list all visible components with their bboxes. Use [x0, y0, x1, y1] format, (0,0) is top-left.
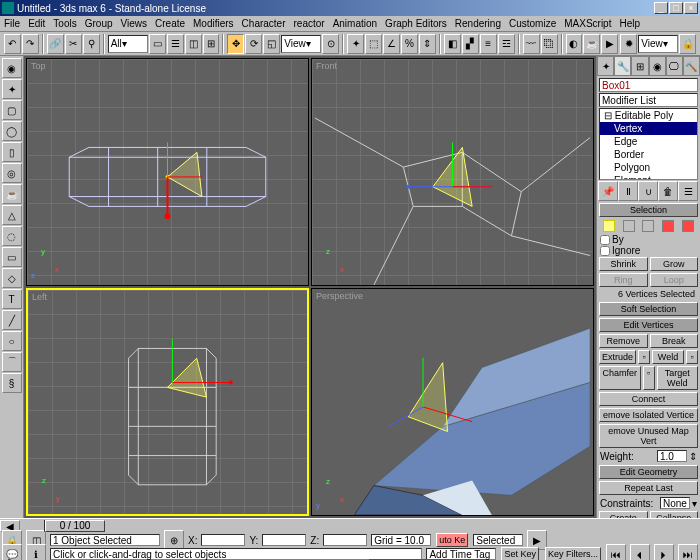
maximize-button[interactable]: □ — [669, 2, 683, 14]
shrink-button[interactable]: Shrink — [599, 257, 648, 271]
stack-editable-poly[interactable]: Editable Poly — [600, 109, 697, 122]
stack-element[interactable]: Element — [600, 174, 697, 180]
viewport-left[interactable]: Left zy — [26, 288, 309, 516]
connect-button[interactable]: Connect — [599, 392, 698, 406]
modifier-list[interactable]: Modifier List — [599, 93, 698, 107]
hedra-icon[interactable]: ◇ — [2, 268, 22, 288]
close-button[interactable]: × — [684, 2, 698, 14]
circle-icon[interactable]: ○ — [2, 331, 22, 351]
viewport-front[interactable]: Front zx — [311, 58, 594, 286]
render-scene-button[interactable]: ☕ — [583, 34, 600, 54]
quick-render-button[interactable]: ▶ — [601, 34, 618, 54]
script-icon[interactable]: ℹ — [26, 544, 46, 560]
mirror-button[interactable]: ▞ — [462, 34, 479, 54]
motion-tab[interactable]: ◉ — [649, 56, 666, 76]
move-button[interactable]: ✥ — [227, 34, 244, 54]
create-button[interactable]: Create — [599, 511, 648, 518]
ref-coord-system[interactable]: View ▾ — [281, 35, 321, 53]
collapse-button[interactable]: Collapse — [650, 511, 699, 518]
timeline[interactable]: 0 / 100 — [44, 520, 46, 532]
spinner-snap-button[interactable]: ⇕ — [419, 34, 436, 54]
menu-edit[interactable]: Edit — [28, 18, 45, 29]
angle-snap-button[interactable]: ∠ — [383, 34, 400, 54]
y-field[interactable] — [262, 534, 306, 546]
edit-geometry-rollout[interactable]: Edit Geometry — [599, 465, 698, 479]
modifier-stack[interactable]: Editable Poly Vertex Edge Border Polygon… — [599, 108, 698, 180]
menu-help[interactable]: Help — [619, 18, 640, 29]
menu-reactor[interactable]: reactor — [294, 18, 325, 29]
display-tab[interactable]: 🖵 — [666, 56, 683, 76]
layers-button[interactable]: ☲ — [498, 34, 515, 54]
rotate-button[interactable]: ⟳ — [245, 34, 262, 54]
menu-animation[interactable]: Animation — [333, 18, 377, 29]
box-icon[interactable]: ▢ — [2, 100, 22, 120]
cone-icon[interactable]: △ — [2, 205, 22, 225]
plane-icon[interactable]: ▭ — [2, 247, 22, 267]
z-field[interactable] — [323, 534, 367, 546]
weld-button[interactable]: Weld — [652, 350, 684, 364]
manipulate-button[interactable]: ✦ — [347, 34, 364, 54]
selection-rollout[interactable]: Selection — [599, 203, 698, 217]
prev-frame-icon[interactable]: ⏴ — [630, 544, 650, 560]
pivot-button[interactable]: ⊙ — [322, 34, 339, 54]
selection-filter[interactable]: All ▾ — [108, 35, 148, 53]
weight-spinner-arrows[interactable]: ⇕ — [689, 451, 697, 462]
bind-button[interactable]: ⚲ — [83, 34, 100, 54]
stack-polygon[interactable]: Polygon — [600, 161, 697, 174]
object-name-field[interactable]: Box01 — [599, 78, 698, 92]
helix-icon[interactable]: § — [2, 373, 22, 393]
reactor-icon[interactable]: ✹ — [620, 34, 637, 54]
sphere-icon[interactable]: ◯ — [2, 121, 22, 141]
repeat-last-button[interactable]: Repeat Last — [599, 481, 698, 495]
teapot-icon[interactable]: ☕ — [2, 184, 22, 204]
ring-button[interactable]: Ring — [599, 273, 648, 287]
stack-edge[interactable]: Edge — [600, 135, 697, 148]
loop-button[interactable]: Loop — [650, 273, 699, 287]
schematic-button[interactable]: ⿻ — [541, 34, 558, 54]
show-end-icon[interactable]: Ⅱ — [618, 181, 638, 201]
by-checkbox[interactable] — [600, 235, 610, 245]
x-field[interactable] — [201, 534, 245, 546]
create-tab[interactable]: ✦ — [597, 56, 614, 76]
soft-selection-rollout[interactable]: Soft Selection — [599, 302, 698, 316]
snap-button[interactable]: ⬚ — [365, 34, 382, 54]
chamfer-settings-button[interactable]: ▫ — [643, 366, 655, 390]
extrude-settings-button[interactable]: ▫ — [638, 350, 650, 364]
remove-button[interactable]: Remove — [599, 334, 648, 348]
material-editor-button[interactable]: ◐ — [566, 34, 583, 54]
sel-element-icon[interactable] — [682, 220, 694, 232]
undo-button[interactable]: ↶ — [4, 34, 21, 54]
menu-modifiers[interactable]: Modifiers — [193, 18, 234, 29]
link-button[interactable]: 🔗 — [47, 34, 64, 54]
select-name-button[interactable]: ☰ — [167, 34, 184, 54]
minimize-button[interactable]: _ — [654, 2, 668, 14]
absolute-icon[interactable]: ⊕ — [164, 530, 184, 550]
menu-tools[interactable]: Tools — [53, 18, 76, 29]
sel-edge-icon[interactable] — [623, 220, 635, 232]
next-frame-icon[interactable]: ⏵ — [654, 544, 674, 560]
modify-tab[interactable]: 🔧 — [614, 56, 631, 76]
unique-icon[interactable]: ∪ — [638, 181, 658, 201]
stack-border[interactable]: Border — [600, 148, 697, 161]
cylinder-icon[interactable]: ▯ — [2, 142, 22, 162]
curve-editor-button[interactable]: 〰 — [523, 34, 540, 54]
menu-create[interactable]: Create — [155, 18, 185, 29]
goto-end-icon[interactable]: ⏭ — [678, 544, 698, 560]
configure-icon[interactable]: ☰ — [678, 181, 698, 201]
utilities-tab[interactable]: 🔨 — [683, 56, 700, 76]
weld-settings-button[interactable]: ▫ — [686, 350, 698, 364]
torus-icon[interactable]: ◎ — [2, 163, 22, 183]
menu-group[interactable]: Group — [85, 18, 113, 29]
lock-button[interactable]: 🔒 — [679, 34, 696, 54]
align-button[interactable]: ≡ — [480, 34, 497, 54]
unlink-button[interactable]: ✂ — [65, 34, 82, 54]
hierarchy-tab[interactable]: ⊞ — [631, 56, 648, 76]
remove-unused-button[interactable]: emove Unused Map Vert — [599, 424, 698, 448]
line-icon[interactable]: ╱ — [2, 310, 22, 330]
auto-key-button[interactable]: uto Ke — [436, 533, 468, 547]
menu-character[interactable]: Character — [242, 18, 286, 29]
view-combo[interactable]: View ▾ — [638, 35, 678, 53]
text-icon[interactable]: T — [2, 289, 22, 309]
prompt-icon[interactable]: 💬 — [2, 544, 22, 560]
grow-button[interactable]: Grow — [650, 257, 699, 271]
